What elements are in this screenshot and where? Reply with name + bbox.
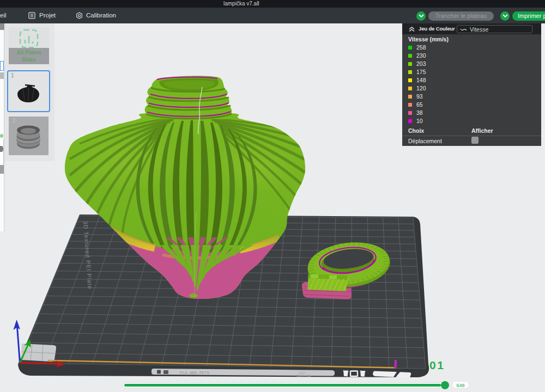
svg-text:SURFACE: SURFACE bbox=[296, 374, 311, 377]
svg-text:PLA.ABS.PETG: PLA.ABS.PETG bbox=[180, 371, 210, 375]
svg-text:01: 01 bbox=[429, 359, 445, 371]
